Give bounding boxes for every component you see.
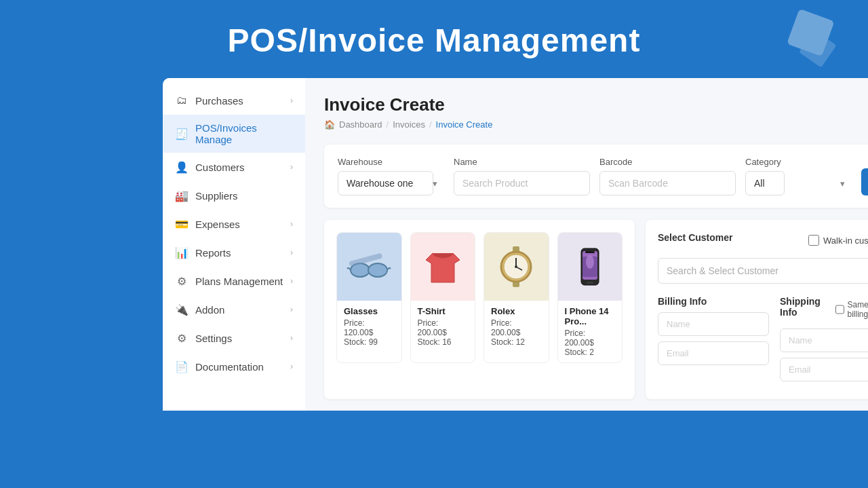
svg-point-3 <box>368 263 387 277</box>
sidebar-label-expenses: Expenses <box>195 219 240 230</box>
products-panel: Glasses Price: 120.00$ Stock: 99 <box>324 220 635 399</box>
customer-select[interactable]: Search & Select Customer <box>658 258 868 284</box>
app-container: 🗂 Purchases › 🧾 POS/Invoices Manage 👤 Cu… <box>163 78 868 411</box>
sidebar-item-settings[interactable]: ⚙ Settings › <box>163 324 305 352</box>
chevron-addon: › <box>290 305 293 314</box>
product-img-rolex <box>484 233 549 301</box>
warehouse-select-wrapper: Warehouse one <box>338 171 444 195</box>
walkin-check: Walk-in customer <box>808 235 868 246</box>
sidebar-label-purchases: Purchases <box>195 95 243 107</box>
sidebar-label-customers: Customers <box>195 162 245 173</box>
svg-rect-16 <box>587 282 593 284</box>
sidebar-item-pos-invoices[interactable]: 🧾 POS/Invoices Manage <box>163 115 305 153</box>
expenses-icon: 💳 <box>175 217 189 231</box>
refresh-button[interactable]: ↻ <box>861 168 868 195</box>
search-product-input[interactable] <box>454 171 590 195</box>
shipping-email-input[interactable] <box>780 358 868 381</box>
product-card-rolex[interactable]: Rolex Price: 200.00$ Stock: 12 <box>484 232 549 363</box>
customers-icon: 👤 <box>175 160 189 174</box>
products-grid: Glasses Price: 120.00$ Stock: 99 <box>336 232 623 363</box>
iphone-stock: Stock: 2 <box>565 348 616 357</box>
sidebar-item-reports[interactable]: 📊 Reports › <box>163 238 305 267</box>
product-img-iphone <box>558 233 623 301</box>
sidebar-label-documentation: Documentation <box>195 361 264 373</box>
svg-rect-15 <box>585 251 595 253</box>
shipping-block: Shipping Info Same as billing <box>780 296 868 387</box>
rolex-info: Rolex Price: 200.00$ Stock: 12 <box>484 301 549 352</box>
sidebar-item-suppliers[interactable]: 🏭 Suppliers <box>163 181 305 210</box>
rolex-stock: Stock: 12 <box>491 337 542 347</box>
same-billing-label: Same as billing <box>848 300 869 319</box>
sidebar-item-plans[interactable]: ⚙ Plans Management › <box>163 267 305 295</box>
select-customer-label: Select Customer <box>658 232 732 243</box>
customer-select-wrapper: Search & Select Customer <box>658 258 868 284</box>
tshirt-name: T-Shirt <box>418 306 469 316</box>
barcode-input[interactable] <box>599 171 736 195</box>
same-billing-checkbox[interactable] <box>835 305 844 314</box>
sidebar-label-settings: Settings <box>195 333 232 344</box>
glasses-price: Price: 120.00$ <box>344 318 395 337</box>
product-card-glasses[interactable]: Glasses Price: 120.00$ Stock: 99 <box>336 232 402 363</box>
product-img-glasses <box>337 233 401 301</box>
rolex-price: Price: 200.00$ <box>491 318 542 337</box>
sidebar-item-expenses[interactable]: 💳 Expenses › <box>163 210 305 238</box>
category-select[interactable]: All <box>745 171 785 195</box>
warehouse-label: Warehouse <box>338 157 444 167</box>
shipping-header: Shipping Info Same as billing <box>780 296 868 323</box>
suppliers-icon: 🏭 <box>175 189 189 202</box>
pos-icon: 🧾 <box>175 127 189 140</box>
walkin-label: Walk-in customer <box>823 236 868 246</box>
billing-shipping: Billing Info Shipping Info Same as billi… <box>658 296 868 387</box>
plans-icon: ⚙ <box>175 274 189 288</box>
settings-icon: ⚙ <box>175 331 189 345</box>
page-title: Invoice Create <box>324 94 868 115</box>
sidebar-item-customers[interactable]: 👤 Customers › <box>163 153 305 181</box>
customer-row: Select Customer Walk-in customer <box>658 232 868 248</box>
billing-name-input[interactable] <box>658 312 769 336</box>
category-group: Category All <box>745 157 852 195</box>
sidebar-label-pos: POS/Invoices Manage <box>195 122 293 145</box>
category-label: Category <box>745 157 852 167</box>
documentation-icon: 📄 <box>175 360 189 373</box>
filter-bar: Warehouse Warehouse one Name Barcode Cat… <box>324 145 868 208</box>
same-as-billing: Same as billing <box>835 300 869 319</box>
breadcrumb-dashboard: Dashboard <box>339 119 382 130</box>
chevron-plans: › <box>290 276 293 286</box>
purchases-icon: 🗂 <box>175 94 189 107</box>
warehouse-group: Warehouse Warehouse one <box>338 157 444 195</box>
sidebar-label-reports: Reports <box>195 247 231 259</box>
main-content: Invoice Create 🏠 Dashboard / Invoices / … <box>305 78 868 411</box>
walkin-checkbox[interactable] <box>808 235 819 246</box>
addon-icon: 🔌 <box>175 303 189 316</box>
billing-email-input[interactable] <box>658 341 769 365</box>
iphone-price: Price: 200.00$ <box>565 329 616 348</box>
iphone-name: I Phone 14 Pro... <box>565 306 616 326</box>
chevron-settings: › <box>290 333 293 343</box>
svg-point-18 <box>586 255 594 269</box>
sidebar-label-plans: Plans Management <box>195 276 283 287</box>
sidebar-item-documentation[interactable]: 📄 Documentation › <box>163 352 305 381</box>
svg-point-12 <box>515 265 517 268</box>
header: POS/Invoice Management <box>0 0 868 78</box>
app-title: POS/Invoice Management <box>0 22 868 59</box>
chevron-customers: › <box>290 162 293 172</box>
shipping-name-input[interactable] <box>780 329 868 352</box>
sidebar-item-addon[interactable]: 🔌 Addon › <box>163 295 305 324</box>
barcode-group: Barcode <box>599 157 736 195</box>
sidebar-label-addon: Addon <box>195 304 224 316</box>
sidebar-label-suppliers: Suppliers <box>195 190 238 202</box>
category-select-wrapper: All <box>745 171 852 195</box>
glasses-stock: Stock: 99 <box>344 337 395 347</box>
product-card-tshirt[interactable]: T-Shirt Price: 200.00$ Stock: 16 <box>410 232 476 363</box>
breadcrumb-invoices: Invoices <box>393 119 425 130</box>
sidebar-item-purchases[interactable]: 🗂 Purchases › <box>163 86 305 115</box>
product-card-iphone[interactable]: I Phone 14 Pro... Price: 200.00$ Stock: … <box>557 232 623 363</box>
bottom-section: Glasses Price: 120.00$ Stock: 99 <box>324 220 868 399</box>
chevron-purchases: › <box>290 96 293 105</box>
glasses-info: Glasses Price: 120.00$ Stock: 99 <box>337 301 401 352</box>
breadcrumb-sep2: / <box>429 119 432 130</box>
reports-icon: 📊 <box>175 246 189 259</box>
name-group: Name <box>454 157 590 195</box>
barcode-label: Barcode <box>599 157 736 167</box>
warehouse-select[interactable]: Warehouse one <box>338 171 433 195</box>
